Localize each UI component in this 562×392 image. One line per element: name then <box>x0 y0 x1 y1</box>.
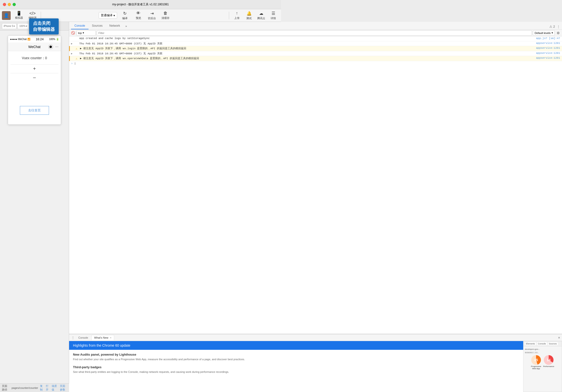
simulator-label: 模拟器 <box>15 16 23 20</box>
more-tabs-button[interactable]: » <box>123 23 129 29</box>
filter-input[interactable] <box>97 30 281 36</box>
prompt-cursor[interactable]: | <box>74 62 76 65</box>
console-line: ▶ Thu Feb 01 2018 16:20:45 GMT+0800 (CST… <box>69 41 281 46</box>
clean-icon: 🗑 <box>164 11 167 16</box>
increment-button[interactable]: + <box>11 64 59 73</box>
console-line: app created and cache logs by setStorage… <box>69 36 281 41</box>
expand-icon <box>72 47 75 47</box>
console-tab[interactable]: Console <box>71 23 89 29</box>
network-tab[interactable]: Network <box>106 23 123 29</box>
expand-icon[interactable]: ▶ <box>71 52 74 55</box>
phone-nav-bar: WeChat ··· <box>8 42 61 51</box>
simulator-button[interactable]: 📱 模拟器 <box>13 10 25 21</box>
detail-icon: ☰ <box>271 11 275 16</box>
toolbar-separator-2 <box>229 12 229 19</box>
compile-select[interactable]: 普通编译 ▾ <box>99 12 117 19</box>
traffic-lights <box>3 3 16 6</box>
battery-text: 100% <box>49 38 55 40</box>
compile-option-label: 普通编译 <box>101 13 113 17</box>
cloud-label: 腾讯云 <box>257 16 265 20</box>
goto-home-button[interactable]: 去往首页 <box>20 106 49 115</box>
phone-spacer <box>11 82 59 101</box>
upload-label: 上传 <box>234 16 240 20</box>
console-text: ▶ 请注意无 AppID 关联下，调用 wx.operateWXData 是受限… <box>80 57 281 60</box>
phone-status-bar: ●●●●● WeChat 📶 16:24 100% 🔋 <box>8 36 61 42</box>
toolbar-center: 普通编译 ▾ ↻ 编译 👁 预览 ⇥ 切后台 🗑 清缓存 <box>43 10 227 21</box>
console-line: ▶ Thu Feb 01 2018 16:20:45 GMT+0800 (CST… <box>69 51 281 56</box>
expand-icon[interactable]: ▶ <box>71 42 74 45</box>
line-icon <box>75 37 78 37</box>
simulator-panel: iPhone 5 ▾ 100% ▾ WiFi ▾ ●●●●● WeChat 📶 … <box>0 22 69 196</box>
refresh-icon: ↻ <box>123 11 127 16</box>
line-icon <box>75 52 78 52</box>
chevron-down-icon: ▾ <box>13 25 15 27</box>
console-tab-label: Console <box>74 24 85 27</box>
preview-label: 预览 <box>136 16 141 20</box>
clean-label: 清缓存 <box>162 16 169 20</box>
compile-label: 编译 <box>122 16 128 20</box>
main-toolbar: 👤 📱 模拟器 </> 编辑器 点击关闭 自带编辑器 普通编译 ▾ ↻ 编译 👁… <box>0 9 281 22</box>
close-button[interactable] <box>3 3 6 6</box>
maximize-button[interactable] <box>13 3 16 6</box>
console-prompt: › | <box>69 61 281 66</box>
phone-nav-more[interactable]: ··· <box>55 45 59 49</box>
clean-button[interactable]: 🗑 清缓存 <box>160 10 171 21</box>
console-text: app created and cache logs by setStorage… <box>79 37 281 40</box>
device-select[interactable]: iPhone 5 ▾ <box>2 23 16 29</box>
minimize-button[interactable] <box>8 3 11 6</box>
avatar: 👤 <box>2 11 11 20</box>
sources-tab-label: Sources <box>92 24 103 27</box>
record-circle <box>48 44 53 49</box>
phone-area: ●●●●● WeChat 📶 16:24 100% 🔋 WeChat ··· <box>0 31 69 196</box>
popup-line1: 点击关闭 <box>33 20 55 26</box>
cloud-button[interactable]: ☁ 腾讯云 <box>255 10 267 21</box>
decrement-button[interactable]: – <box>11 73 59 82</box>
detail-button[interactable]: ☰ 详情 <box>268 10 279 21</box>
detail-label: 详情 <box>270 16 276 20</box>
preview-button[interactable]: 👁 预览 <box>133 10 144 21</box>
test-icon: 🔔 <box>246 11 252 16</box>
devtools-tabs: Console Sources Network » ⚠ 2 ⋮ <box>69 22 281 30</box>
more-tabs-label: » <box>125 24 127 28</box>
warning-icon: ⚠ <box>76 47 79 50</box>
battery-icon: 🔋 <box>56 38 59 40</box>
context-select[interactable]: top ▾ <box>76 30 96 36</box>
cutboard-button[interactable]: ⇥ 切后台 <box>146 10 158 21</box>
wifi-icon: 📶 <box>27 38 30 40</box>
console-output: app created and cache logs by setStorage… <box>69 36 281 196</box>
test-button[interactable]: 🔔 测试 <box>243 10 255 21</box>
phone-battery: 100% 🔋 <box>49 38 59 40</box>
console-line: ⚠ ▶ 请注意无 AppID 关联下，调用 wx.login 是受限的，API … <box>69 46 281 51</box>
network-tab-label: Network <box>109 24 120 27</box>
sources-tab[interactable]: Sources <box>89 23 106 29</box>
record-inner <box>49 46 52 48</box>
toolbar-separator <box>41 12 41 19</box>
phone-frame: ●●●●● WeChat 📶 16:24 100% 🔋 WeChat ··· <box>8 36 61 125</box>
chevron-down-icon: ▾ <box>114 14 115 17</box>
eye-icon: 👁 <box>136 11 140 16</box>
console-line: ⚠ ▶ 请注意无 AppID 关联下，调用 wx.operateWXData 是… <box>69 56 281 61</box>
window-title: my-project - 微信开发者工具 v1.02.1801081 <box>112 2 169 7</box>
simulator-icon: 📱 <box>16 11 22 15</box>
context-value: top <box>78 32 82 35</box>
refresh-button[interactable]: ↻ 编译 <box>119 10 131 21</box>
console-text: Thu Feb 01 2018 16:20:45 GMT+0800 (CST) … <box>79 42 281 45</box>
devtools-panel: Console Sources Network » ⚠ 2 ⋮ 🚫 top ▾ … <box>69 22 281 196</box>
phone-nav-title: WeChat <box>28 45 40 49</box>
editor-popup-notice: 点击关闭 自带编辑器 <box>29 18 59 35</box>
expand-icon <box>71 37 74 37</box>
clear-console-button[interactable]: 🚫 <box>70 31 75 36</box>
titlebar: my-project - 微信开发者工具 v1.02.1801081 <box>0 0 281 9</box>
cutboard-label: 切后台 <box>148 16 156 20</box>
counter-label: Vuex counter：0 <box>11 56 59 60</box>
devtools-toolbar: 🚫 top ▾ Default levels ▾ ⚙ <box>69 30 281 36</box>
scale-select[interactable]: 100% ▾ <box>17 23 29 29</box>
phone-record-btn[interactable] <box>48 44 53 49</box>
popup-line2: 自带编辑器 <box>33 26 55 33</box>
expand-icon <box>72 57 75 57</box>
upload-button[interactable]: ↑ 上传 <box>231 10 243 21</box>
toolbar-right: ↑ 上传 🔔 测试 ☁ 腾讯云 ☰ 详情 <box>231 10 279 21</box>
cutboard-icon: ⇥ <box>150 11 154 16</box>
console-text: ▶ 请注意无 AppID 关联下，调用 wx.login 是受限的，API 的返… <box>80 47 281 50</box>
phone-content: Vuex counter：0 + – 去往首页 <box>8 51 61 124</box>
